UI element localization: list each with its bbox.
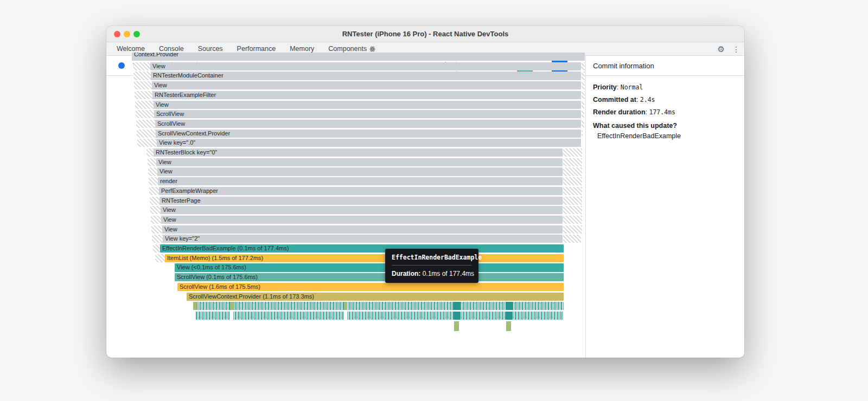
flame-bar[interactable]: View key=".0" <box>157 139 581 147</box>
flame-micro-bar[interactable] <box>506 302 513 310</box>
self-duration-hatch <box>563 167 582 176</box>
self-duration-hatch <box>155 254 165 262</box>
flame-bar[interactable]: View <box>152 81 581 89</box>
self-duration-hatch <box>582 101 584 109</box>
self-duration-hatch <box>149 187 159 195</box>
self-duration-hatch <box>148 167 157 176</box>
flame-bar[interactable]: View <box>156 158 563 166</box>
flame-bar-label: render <box>158 177 563 185</box>
self-duration-hatch <box>137 139 157 147</box>
flame-bar[interactable]: RNTesterPage <box>159 197 563 205</box>
flame-micro-bar[interactable] <box>344 312 347 320</box>
flame-bar-label: View <box>162 225 563 234</box>
flame-bar-label: View <box>152 81 581 89</box>
committed-at-field: Committed at: 2.4s <box>593 96 737 104</box>
flame-bar[interactable]: EffectInRenderBadExample (0.1ms of 177.4… <box>160 244 564 253</box>
more-menu-icon[interactable]: ⋮ <box>732 45 740 54</box>
self-duration-hatch <box>563 216 582 224</box>
flame-bar[interactable]: RNTesterExampleFilter <box>152 91 581 99</box>
flame-bar-label: ScrollViewContext.Provider (1.1ms of 173… <box>187 293 564 301</box>
self-duration-hatch <box>150 206 161 214</box>
self-duration-hatch <box>563 158 582 166</box>
self-duration-hatch <box>563 225 582 234</box>
self-duration-hatch <box>150 197 159 205</box>
self-duration-hatch <box>582 81 585 89</box>
flame-micro-bar[interactable] <box>230 302 234 310</box>
flame-bar[interactable]: Context.Provider <box>132 53 585 61</box>
self-duration-hatch <box>563 177 582 185</box>
flame-bar-label: ScrollView (1.6ms of 175.5ms) <box>177 283 564 291</box>
flame-bar[interactable]: View <box>162 225 563 234</box>
self-duration-hatch <box>563 187 582 195</box>
title-bar: RNTester (iPhone 16 Pro) - React Native … <box>106 26 744 42</box>
priority-field: Priority: Normal <box>593 83 737 91</box>
flame-bar-label: RNTesterBlock key="0" <box>154 148 563 157</box>
self-duration-hatch <box>563 235 581 243</box>
flame-bar-label: View <box>161 216 563 224</box>
self-duration-hatch <box>582 91 585 99</box>
devtools-window: RNTester (iPhone 16 Pro) - React Native … <box>106 26 744 358</box>
self-duration-hatch <box>146 148 154 157</box>
flame-micro-bar[interactable] <box>453 312 460 320</box>
tooltip-component-name: EffectInRenderBadExample <box>392 254 472 261</box>
flame-bar[interactable]: ScrollView <box>155 120 581 128</box>
self-duration-hatch <box>148 158 156 166</box>
flame-bar[interactable]: View <box>154 101 581 109</box>
flame-bar[interactable]: render <box>158 177 563 185</box>
flame-micro-bar[interactable] <box>454 321 459 331</box>
self-duration-hatch <box>133 62 150 70</box>
flame-bar[interactable]: View <box>157 167 563 176</box>
self-duration-hatch <box>134 81 152 89</box>
flame-bar[interactable]: ScrollViewContext.Provider (1.1ms of 173… <box>187 293 564 301</box>
flame-bar[interactable]: View key="2" <box>163 235 563 243</box>
self-duration-hatch <box>151 216 161 224</box>
flame-bar[interactable]: ScrollView <box>154 110 581 118</box>
self-duration-hatch <box>135 101 154 109</box>
self-duration-hatch <box>563 148 582 157</box>
flame-bar-label: View <box>150 62 581 70</box>
flame-bar[interactable]: RNTesterBlock key="0" <box>154 148 563 157</box>
self-duration-hatch <box>136 110 154 118</box>
self-duration-hatch <box>582 72 585 80</box>
window-title: RNTester (iPhone 16 Pro) - React Native … <box>106 26 744 42</box>
flame-micro-bar[interactable] <box>230 312 233 320</box>
self-duration-hatch <box>151 225 162 234</box>
flame-bar[interactable]: RNTesterModuleContainer <box>151 72 581 80</box>
flame-bar[interactable]: View <box>161 206 563 214</box>
flame-bar[interactable]: ScrollView (1.6ms of 175.5ms) <box>177 283 564 291</box>
self-duration-hatch <box>149 177 158 185</box>
flame-micro-bar[interactable] <box>344 302 347 310</box>
update-cause-label: What caused this update? <box>593 122 737 130</box>
self-duration-hatch <box>136 120 155 128</box>
flame-micro-bar[interactable] <box>506 312 513 320</box>
flame-bar[interactable]: ItemList (Memo) (1.5ms of 177.2ms) <box>165 254 564 262</box>
tooltip-divider <box>392 265 472 266</box>
flame-bar-label: RNTesterExampleFilter <box>152 91 581 99</box>
flame-bar-label: ScrollView <box>155 120 581 128</box>
render-duration-field: Render duration: 177.4ms <box>593 108 737 116</box>
flame-tooltip: EffectInRenderBadExample Duration: 0.1ms… <box>385 249 478 283</box>
update-cause-value[interactable]: EffectInRenderBadExample <box>593 132 737 140</box>
self-duration-hatch <box>582 120 584 128</box>
flame-bar-label: Context.Provider <box>132 53 585 59</box>
tooltip-duration: Duration: 0.1ms of 177.4ms <box>392 270 472 277</box>
flame-bar-label: View <box>157 167 563 176</box>
flame-bar[interactable]: View <box>161 216 563 224</box>
flame-bar[interactable]: View <box>150 62 581 70</box>
self-duration-hatch <box>153 244 160 253</box>
flame-bar-label: PerfExampleWrapper <box>159 187 563 195</box>
flamegraph: Context.ProviderViewRNTesterModuleContai… <box>106 52 585 358</box>
flame-micro-bar[interactable] <box>506 321 511 331</box>
flame-micro-bar[interactable] <box>193 302 197 310</box>
flame-bar[interactable]: ScrollView (0.1ms of 175.6ms) <box>175 273 564 281</box>
flame-bar-label: View <box>156 158 563 166</box>
flame-bar-label: ScrollViewContext.Provider <box>156 130 581 138</box>
commit-info-panel: Commit information Priority: Normal Comm… <box>586 56 744 358</box>
flame-bar[interactable]: ScrollViewContext.Provider <box>156 130 581 138</box>
flame-bar[interactable]: View (<0.1ms of 175.6ms) <box>175 263 564 271</box>
flame-bar-label: RNTesterPage <box>159 197 563 205</box>
commit-info-title: Commit information <box>586 56 744 76</box>
flame-bar[interactable]: PerfExampleWrapper <box>159 187 563 195</box>
flame-micro-bar[interactable] <box>453 302 460 310</box>
settings-icon[interactable]: ⚙ <box>718 45 725 53</box>
